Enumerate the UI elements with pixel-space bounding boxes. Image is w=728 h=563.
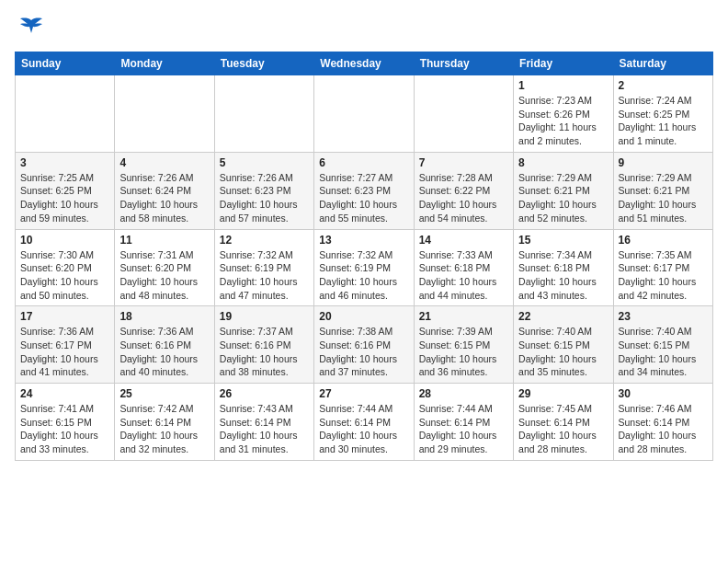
day-number: 10 bbox=[20, 234, 109, 247]
calendar-cell: 23Sunrise: 7:40 AMSunset: 6:15 PMDayligh… bbox=[613, 306, 712, 384]
calendar-cell bbox=[314, 75, 414, 153]
day-number: 30 bbox=[619, 387, 708, 400]
weekday-header-wednesday: Wednesday bbox=[314, 52, 414, 75]
calendar-cell bbox=[115, 75, 214, 153]
day-number: 14 bbox=[419, 234, 508, 247]
calendar-cell: 16Sunrise: 7:35 AMSunset: 6:17 PMDayligh… bbox=[613, 229, 712, 306]
day-number: 8 bbox=[518, 156, 608, 169]
calendar-cell: 5Sunrise: 7:26 AMSunset: 6:23 PMDaylight… bbox=[214, 152, 313, 229]
calendar-cell: 15Sunrise: 7:34 AMSunset: 6:18 PMDayligh… bbox=[514, 229, 613, 306]
day-number: 25 bbox=[119, 387, 209, 400]
calendar-cell: 3Sunrise: 7:25 AMSunset: 6:25 PMDaylight… bbox=[16, 152, 115, 229]
calendar-cell: 22Sunrise: 7:40 AMSunset: 6:15 PMDayligh… bbox=[514, 306, 613, 384]
calendar-cell: 6Sunrise: 7:27 AMSunset: 6:23 PMDaylight… bbox=[314, 152, 414, 229]
day-info: Sunrise: 7:40 AMSunset: 6:15 PMDaylight:… bbox=[518, 325, 608, 379]
day-number: 22 bbox=[518, 310, 608, 323]
day-info: Sunrise: 7:38 AMSunset: 6:16 PMDaylight:… bbox=[319, 325, 408, 379]
day-number: 27 bbox=[319, 387, 408, 400]
day-number: 17 bbox=[20, 310, 109, 323]
day-number: 20 bbox=[319, 310, 408, 323]
day-info: Sunrise: 7:43 AMSunset: 6:14 PMDaylight:… bbox=[220, 402, 309, 456]
day-info: Sunrise: 7:26 AMSunset: 6:24 PMDaylight:… bbox=[119, 171, 209, 225]
day-number: 24 bbox=[20, 387, 109, 400]
calendar-cell: 17Sunrise: 7:36 AMSunset: 6:17 PMDayligh… bbox=[16, 306, 115, 384]
day-info: Sunrise: 7:35 AMSunset: 6:17 PMDaylight:… bbox=[619, 248, 708, 303]
day-info: Sunrise: 7:44 AMSunset: 6:14 PMDaylight:… bbox=[419, 402, 508, 456]
day-info: Sunrise: 7:39 AMSunset: 6:15 PMDaylight:… bbox=[419, 325, 508, 379]
calendar-cell: 20Sunrise: 7:38 AMSunset: 6:16 PMDayligh… bbox=[314, 306, 414, 384]
day-info: Sunrise: 7:28 AMSunset: 6:22 PMDaylight:… bbox=[419, 171, 508, 225]
week-row-5: 24Sunrise: 7:41 AMSunset: 6:15 PMDayligh… bbox=[16, 384, 713, 461]
calendar-cell: 19Sunrise: 7:37 AMSunset: 6:16 PMDayligh… bbox=[214, 306, 313, 384]
calendar-cell: 25Sunrise: 7:42 AMSunset: 6:14 PMDayligh… bbox=[115, 384, 214, 461]
day-number: 7 bbox=[419, 156, 508, 169]
day-number: 11 bbox=[119, 234, 209, 247]
day-number: 21 bbox=[419, 310, 508, 323]
day-number: 9 bbox=[619, 156, 708, 169]
calendar-cell: 12Sunrise: 7:32 AMSunset: 6:19 PMDayligh… bbox=[214, 229, 313, 306]
day-info: Sunrise: 7:32 AMSunset: 6:19 PMDaylight:… bbox=[319, 248, 408, 303]
week-row-3: 10Sunrise: 7:30 AMSunset: 6:20 PMDayligh… bbox=[16, 229, 713, 306]
day-info: Sunrise: 7:24 AMSunset: 6:25 PMDaylight:… bbox=[619, 94, 708, 148]
day-info: Sunrise: 7:23 AMSunset: 6:26 PMDaylight:… bbox=[518, 94, 608, 148]
day-info: Sunrise: 7:42 AMSunset: 6:14 PMDaylight:… bbox=[119, 402, 209, 456]
calendar-cell: 4Sunrise: 7:26 AMSunset: 6:24 PMDaylight… bbox=[115, 152, 214, 229]
day-number: 23 bbox=[619, 310, 708, 323]
day-number: 1 bbox=[518, 79, 608, 92]
day-number: 19 bbox=[220, 310, 309, 323]
day-info: Sunrise: 7:26 AMSunset: 6:23 PMDaylight:… bbox=[220, 171, 309, 225]
calendar-cell: 8Sunrise: 7:29 AMSunset: 6:21 PMDaylight… bbox=[514, 152, 613, 229]
week-row-2: 3Sunrise: 7:25 AMSunset: 6:25 PMDaylight… bbox=[16, 152, 713, 229]
day-number: 5 bbox=[220, 156, 309, 169]
calendar-cell: 26Sunrise: 7:43 AMSunset: 6:14 PMDayligh… bbox=[214, 384, 313, 461]
weekday-header-thursday: Thursday bbox=[414, 52, 513, 75]
weekday-header-monday: Monday bbox=[115, 52, 214, 75]
day-info: Sunrise: 7:46 AMSunset: 6:14 PMDaylight:… bbox=[619, 402, 708, 456]
day-info: Sunrise: 7:36 AMSunset: 6:17 PMDaylight:… bbox=[20, 325, 109, 379]
calendar-cell: 10Sunrise: 7:30 AMSunset: 6:20 PMDayligh… bbox=[16, 229, 115, 306]
day-number: 26 bbox=[220, 387, 309, 400]
calendar-cell bbox=[16, 75, 115, 153]
day-number: 28 bbox=[419, 387, 508, 400]
day-number: 18 bbox=[119, 310, 209, 323]
day-number: 4 bbox=[119, 156, 209, 169]
header bbox=[15, 15, 713, 40]
day-info: Sunrise: 7:27 AMSunset: 6:23 PMDaylight:… bbox=[319, 171, 408, 225]
day-number: 29 bbox=[518, 387, 608, 400]
calendar-cell bbox=[214, 75, 313, 153]
calendar-cell: 18Sunrise: 7:36 AMSunset: 6:16 PMDayligh… bbox=[115, 306, 214, 384]
day-info: Sunrise: 7:31 AMSunset: 6:20 PMDaylight:… bbox=[119, 248, 209, 303]
calendar-cell: 13Sunrise: 7:32 AMSunset: 6:19 PMDayligh… bbox=[314, 229, 414, 306]
day-info: Sunrise: 7:34 AMSunset: 6:18 PMDaylight:… bbox=[518, 248, 608, 303]
day-number: 12 bbox=[220, 234, 309, 247]
calendar-cell: 14Sunrise: 7:33 AMSunset: 6:18 PMDayligh… bbox=[414, 229, 513, 306]
calendar-cell: 27Sunrise: 7:44 AMSunset: 6:14 PMDayligh… bbox=[314, 384, 414, 461]
weekday-header-friday: Friday bbox=[514, 52, 613, 75]
weekday-header-row: SundayMondayTuesdayWednesdayThursdayFrid… bbox=[16, 52, 713, 75]
weekday-header-tuesday: Tuesday bbox=[214, 52, 313, 75]
day-info: Sunrise: 7:29 AMSunset: 6:21 PMDaylight:… bbox=[518, 171, 608, 225]
day-info: Sunrise: 7:45 AMSunset: 6:14 PMDaylight:… bbox=[518, 402, 608, 456]
week-row-1: 1Sunrise: 7:23 AMSunset: 6:26 PMDaylight… bbox=[16, 75, 713, 153]
day-info: Sunrise: 7:33 AMSunset: 6:18 PMDaylight:… bbox=[419, 248, 508, 303]
day-info: Sunrise: 7:30 AMSunset: 6:20 PMDaylight:… bbox=[20, 248, 109, 303]
calendar-cell bbox=[414, 75, 513, 153]
day-number: 3 bbox=[20, 156, 109, 169]
day-info: Sunrise: 7:37 AMSunset: 6:16 PMDaylight:… bbox=[220, 325, 309, 379]
day-info: Sunrise: 7:40 AMSunset: 6:15 PMDaylight:… bbox=[619, 325, 708, 379]
calendar-cell: 7Sunrise: 7:28 AMSunset: 6:22 PMDaylight… bbox=[414, 152, 513, 229]
calendar-cell: 9Sunrise: 7:29 AMSunset: 6:21 PMDaylight… bbox=[613, 152, 712, 229]
day-info: Sunrise: 7:36 AMSunset: 6:16 PMDaylight:… bbox=[119, 325, 209, 379]
day-number: 6 bbox=[319, 156, 408, 169]
day-info: Sunrise: 7:41 AMSunset: 6:15 PMDaylight:… bbox=[20, 402, 109, 456]
day-info: Sunrise: 7:44 AMSunset: 6:14 PMDaylight:… bbox=[319, 402, 408, 456]
day-number: 2 bbox=[619, 79, 708, 92]
calendar-cell: 11Sunrise: 7:31 AMSunset: 6:20 PMDayligh… bbox=[115, 229, 214, 306]
day-info: Sunrise: 7:25 AMSunset: 6:25 PMDaylight:… bbox=[20, 171, 109, 225]
logo bbox=[15, 15, 44, 40]
calendar: SundayMondayTuesdayWednesdayThursdayFrid… bbox=[15, 52, 713, 461]
day-info: Sunrise: 7:29 AMSunset: 6:21 PMDaylight:… bbox=[619, 171, 708, 225]
calendar-cell: 30Sunrise: 7:46 AMSunset: 6:14 PMDayligh… bbox=[613, 384, 712, 461]
day-number: 13 bbox=[319, 234, 408, 247]
calendar-cell: 24Sunrise: 7:41 AMSunset: 6:15 PMDayligh… bbox=[16, 384, 115, 461]
